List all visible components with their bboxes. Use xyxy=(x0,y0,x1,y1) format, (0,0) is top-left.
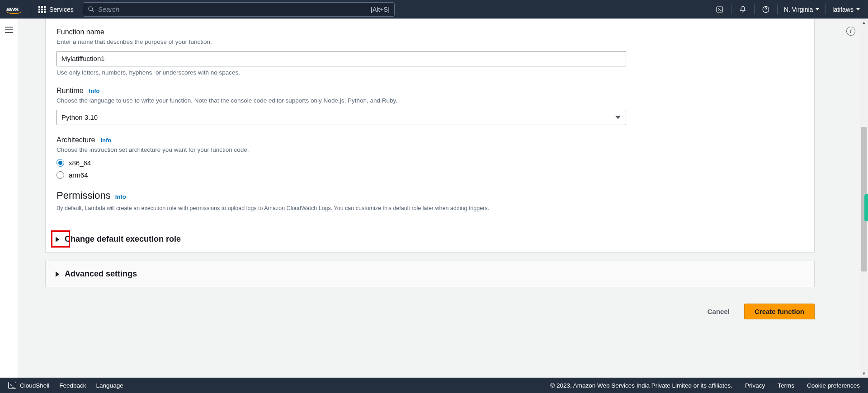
architecture-option-1: arm64 xyxy=(69,171,88,179)
function-name-field: Function name Enter a name that describe… xyxy=(57,28,803,76)
cookie-prefs-link[interactable]: Cookie preferences xyxy=(807,382,860,389)
runtime-label: Runtime xyxy=(57,87,84,95)
caret-right-icon xyxy=(56,237,59,242)
architecture-radio-arm64[interactable]: arm64 xyxy=(57,171,803,179)
language-link[interactable]: Language xyxy=(96,382,123,389)
exec-role-expand-section: Change default execution role xyxy=(46,226,814,252)
architecture-radio-x86[interactable]: x86_64 xyxy=(57,159,803,167)
terms-link[interactable]: Terms xyxy=(778,382,794,389)
hamburger-icon[interactable] xyxy=(5,27,13,33)
function-name-label: Function name xyxy=(57,28,803,36)
runtime-help: Choose the language to use to write your… xyxy=(57,97,803,105)
side-handle[interactable] xyxy=(864,194,868,221)
permissions-info-link[interactable]: Info xyxy=(115,193,126,200)
architecture-option-0: x86_64 xyxy=(69,159,91,167)
permissions-section: Permissions Info By default, Lambda will… xyxy=(57,190,803,213)
runtime-value: Python 3.10 xyxy=(61,113,98,121)
basic-info-panel: Function name Enter a name that describe… xyxy=(45,19,815,253)
scroll-up-arrow[interactable]: ▲ xyxy=(860,19,868,27)
aws-logo[interactable]: aws xyxy=(6,5,22,14)
search-input[interactable] xyxy=(98,5,371,13)
chevron-down-icon xyxy=(816,8,819,10)
cancel-button[interactable]: Cancel xyxy=(701,304,736,319)
architecture-field: Architecture Info Choose the instruction… xyxy=(57,136,803,179)
help-button[interactable] xyxy=(759,3,773,16)
runtime-select[interactable]: Python 3.10 xyxy=(57,110,626,125)
cloudshell-link[interactable]: CloudShell xyxy=(20,382,49,389)
exec-role-expand-title: Change default execution role xyxy=(65,234,181,244)
function-name-constraint: Use only letters, numbers, hyphens, or u… xyxy=(57,69,803,76)
advanced-settings-title: Advanced settings xyxy=(65,269,137,279)
separator xyxy=(826,5,826,14)
copyright-text: © 2023, Amazon Web Services India Privat… xyxy=(550,382,732,389)
privacy-link[interactable]: Privacy xyxy=(745,382,765,389)
notifications-button[interactable] xyxy=(736,3,750,16)
search-shortcut-hint: [Alt+S] xyxy=(371,6,390,13)
architecture-info-link[interactable]: Info xyxy=(100,137,111,144)
chevron-down-icon xyxy=(856,8,860,10)
top-navigation: aws Services [Alt+S] N. Virginia latifaw… xyxy=(0,0,868,19)
account-menu[interactable]: latifaws xyxy=(830,6,862,13)
runtime-info-link[interactable]: Info xyxy=(89,88,100,94)
separator xyxy=(31,5,31,14)
main-content: Function name Enter a name that describe… xyxy=(18,19,842,378)
exec-role-expand-toggle[interactable]: Change default execution role xyxy=(46,226,814,252)
grid-icon xyxy=(38,6,46,13)
radio-selected-icon xyxy=(57,159,64,167)
advanced-settings-panel: Advanced settings xyxy=(45,261,815,287)
right-rail: i xyxy=(842,19,860,378)
cloudshell-top-button[interactable] xyxy=(713,3,726,16)
separator xyxy=(777,5,778,14)
create-function-button[interactable]: Create function xyxy=(744,304,815,319)
services-label: Services xyxy=(49,6,74,13)
region-selector[interactable]: N. Virginia xyxy=(782,6,821,13)
permissions-title: Permissions xyxy=(57,190,111,201)
separator xyxy=(731,5,731,14)
permissions-desc: By default, Lambda will create an execut… xyxy=(57,204,803,213)
scroll-down-arrow[interactable]: ▼ xyxy=(860,370,868,378)
function-name-help: Enter a name that describes the purpose … xyxy=(57,38,803,47)
advanced-settings-toggle[interactable]: Advanced settings xyxy=(46,261,814,287)
form-actions: Cancel Create function xyxy=(45,295,815,323)
separator xyxy=(754,5,755,14)
cloudshell-icon: >_ xyxy=(8,382,16,389)
search-icon xyxy=(88,6,94,13)
info-panel-toggle[interactable]: i xyxy=(846,27,855,36)
radio-unselected-icon xyxy=(57,171,64,179)
feedback-link[interactable]: Feedback xyxy=(59,382,86,389)
runtime-field: Runtime Info Choose the language to use … xyxy=(57,87,803,125)
architecture-help: Choose the instruction set architecture … xyxy=(57,146,803,154)
architecture-label: Architecture xyxy=(57,136,95,144)
services-menu-button[interactable]: Services xyxy=(36,4,76,15)
caret-right-icon xyxy=(56,271,59,277)
bottom-navigation: >_ CloudShell Feedback Language © 2023, … xyxy=(0,378,868,393)
left-rail xyxy=(0,19,18,378)
function-name-input[interactable] xyxy=(57,51,626,66)
global-search[interactable]: [Alt+S] xyxy=(83,2,395,17)
chevron-down-icon xyxy=(615,116,621,119)
